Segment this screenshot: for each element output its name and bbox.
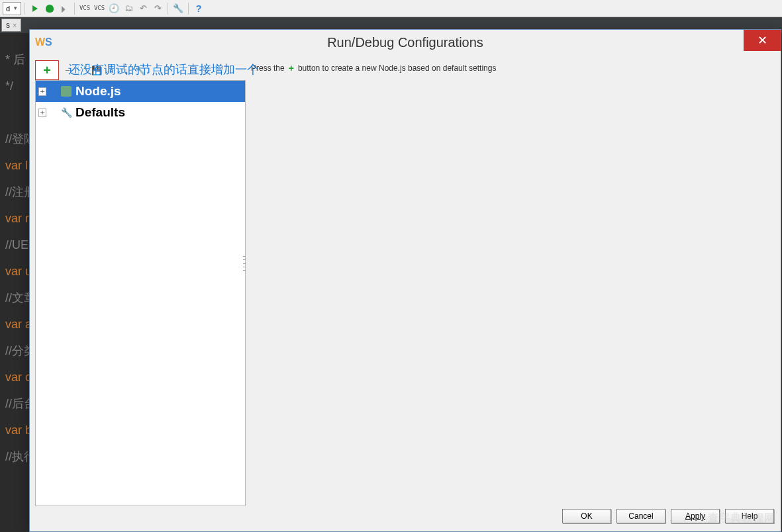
expand-icon[interactable]: + xyxy=(38,87,46,96)
vcs-update-button[interactable]: VCS xyxy=(78,2,91,15)
tree-line xyxy=(50,91,57,92)
editor-tab[interactable]: s × xyxy=(1,19,21,32)
tree-item-label: Node.js xyxy=(75,84,121,99)
vcs-down-icon: VCS xyxy=(79,5,90,11)
annotation-text: 还没有调试的节点的话直接增加一个 xyxy=(68,62,259,77)
dialog-title: Run/Debug Configurations xyxy=(327,35,483,50)
run-config-label: d xyxy=(6,5,10,13)
settings-button[interactable]: 🔧 xyxy=(171,2,185,15)
code-line: var a xyxy=(5,318,32,331)
code-line: var r xyxy=(5,212,29,225)
config-left-panel: + − 📄 💾 ↑ ↓ 🔧 还没有调试的节点的话直接增加一个 + Node xyxy=(35,58,246,506)
vcs-commit-button[interactable]: VCS xyxy=(93,2,106,15)
empty-hint: Press the + button to create a new Node.… xyxy=(251,63,773,73)
button-label: Help xyxy=(742,511,758,521)
add-config-button[interactable]: + xyxy=(35,60,59,80)
dialog-body: + − 📄 💾 ↑ ↓ 🔧 还没有调试的节点的话直接增加一个 + Node xyxy=(30,55,781,531)
apply-button[interactable]: Apply xyxy=(671,509,720,523)
plus-icon: + xyxy=(289,63,294,73)
ide-toolbar: d ⏵ VCS VCS 🕘 🗂 ↶ ↷ 🔧 ? xyxy=(0,0,782,17)
run-button[interactable] xyxy=(28,2,42,15)
webstorm-icon: WS xyxy=(35,36,52,48)
redo-icon: ↷ xyxy=(154,3,162,13)
expand-icon[interactable]: + xyxy=(38,109,46,117)
wrench-icon: 🔧 xyxy=(61,107,72,118)
revert-icon: 🗂 xyxy=(124,3,133,13)
config-tree[interactable]: + Node.js + 🔧 Defaults xyxy=(35,80,246,506)
separator xyxy=(74,3,75,15)
help-button[interactable]: ? xyxy=(192,2,205,15)
button-label: Apply xyxy=(685,511,705,521)
config-toolbar: + − 📄 💾 ↑ ↓ 🔧 还没有调试的节点的话直接增加一个 xyxy=(35,58,246,80)
vcs-revert-button[interactable]: 🗂 xyxy=(122,2,135,15)
cancel-button[interactable]: Cancel xyxy=(616,509,665,523)
code-line: var c xyxy=(5,371,31,384)
button-label: Cancel xyxy=(628,511,653,521)
separator xyxy=(168,3,168,15)
run-debug-config-dialog: WS Run/Debug Configurations ✕ + − 📄 💾 ↑ … xyxy=(29,29,781,532)
run-coverage-button[interactable]: ⏵ xyxy=(58,2,71,15)
wrench-icon: 🔧 xyxy=(173,3,183,13)
help-icon: ? xyxy=(195,3,201,14)
editor-tab-label: s xyxy=(6,21,10,30)
code-line: var l xyxy=(5,159,28,172)
separator xyxy=(188,3,189,15)
clock-icon: 🕘 xyxy=(109,3,119,13)
redo-button[interactable]: ↷ xyxy=(151,2,164,15)
close-icon: ✕ xyxy=(758,33,767,48)
config-detail-panel: Press the + button to create a new Node.… xyxy=(246,58,775,506)
nodejs-icon xyxy=(61,86,72,97)
undo-icon: ↶ xyxy=(140,3,147,13)
undo-button[interactable]: ↶ xyxy=(136,2,150,15)
play-icon xyxy=(32,5,38,12)
run-config-selector[interactable]: d xyxy=(3,2,21,15)
vcs-up-icon: VCS xyxy=(94,5,105,11)
arrow-icon: ⏵ xyxy=(60,3,69,14)
splitter-handle[interactable] xyxy=(243,256,247,271)
dialog-titlebar[interactable]: WS Run/Debug Configurations ✕ xyxy=(30,30,781,55)
dialog-close-button[interactable]: ✕ xyxy=(744,30,781,51)
button-label: OK xyxy=(581,511,592,521)
dialog-inner: + − 📄 💾 ↑ ↓ 🔧 还没有调试的节点的话直接增加一个 + Node xyxy=(35,58,775,506)
separator xyxy=(24,3,25,15)
code-line: var b xyxy=(5,423,32,437)
tree-line xyxy=(50,112,57,113)
close-icon[interactable]: × xyxy=(13,21,17,29)
tree-item-defaults[interactable]: + 🔧 Defaults xyxy=(36,102,245,123)
help-button[interactable]: Help xyxy=(725,509,774,523)
bug-icon xyxy=(46,5,54,13)
hint-text-after: button to create a new Node.js based on … xyxy=(298,64,497,73)
debug-button[interactable] xyxy=(43,2,56,15)
plus-icon: + xyxy=(43,64,51,77)
dialog-button-bar: OK Cancel Apply Help xyxy=(35,506,775,529)
tree-item-nodejs[interactable]: + Node.js xyxy=(36,81,245,102)
code-line: var u xyxy=(5,265,32,278)
ok-button[interactable]: OK xyxy=(562,509,611,523)
tree-item-label: Defaults xyxy=(75,105,125,120)
vcs-history-button[interactable]: 🕘 xyxy=(107,2,121,15)
